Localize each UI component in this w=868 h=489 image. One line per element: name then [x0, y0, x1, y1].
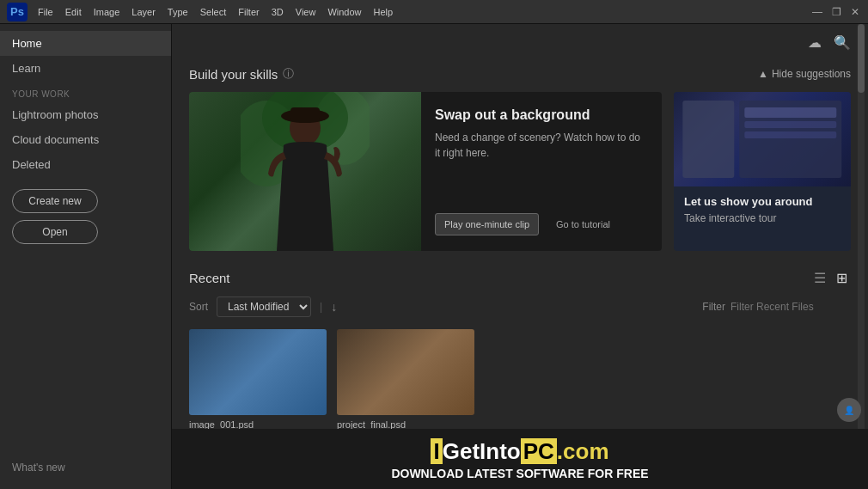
view-toggle: ☰ ⊞ [810, 268, 851, 288]
recent-thumbnails: image_001.psd project_final.psd [189, 329, 851, 430]
menu-bar: File Edit Image Layer Type Select Filter… [33, 5, 806, 19]
filter-right: Filter [702, 301, 851, 313]
logo-highlight-pc: PC [521, 438, 557, 464]
skills-cards: Swap out a background Need a change of s… [189, 92, 851, 251]
sidebar-whats-new[interactable]: What's new [0, 453, 171, 482]
list-view-button[interactable]: ☰ [810, 268, 829, 288]
recent-header: Recent ☰ ⊞ [189, 268, 851, 288]
menu-window[interactable]: Window [322, 5, 366, 19]
skill-card-secondary-image [674, 92, 851, 186]
menu-edit[interactable]: Edit [60, 5, 87, 19]
sidebar-item-deleted[interactable]: Deleted [0, 152, 171, 177]
sidebar-action-buttons: Create new Open [0, 177, 171, 256]
recent-title: Recent [189, 271, 230, 285]
menu-file[interactable]: File [33, 5, 58, 19]
skill-card-content: Swap out a background Need a change of s… [421, 92, 662, 251]
cloud-icon[interactable]: ☁ [808, 34, 822, 51]
menu-image[interactable]: Image [89, 5, 125, 19]
scrollbar-thumb[interactable] [858, 24, 865, 93]
skill-card-secondary-content: Let us show you around Take interactive … [674, 186, 851, 251]
secondary-card-title: Let us show you around [684, 195, 840, 208]
app-logo: Ps [7, 3, 28, 21]
skill-card-swap-background: Swap out a background Need a change of s… [189, 92, 662, 251]
skills-title: Build your skills [189, 67, 278, 82]
model-image [241, 92, 370, 251]
logo-text-get: Get [443, 438, 480, 464]
menu-layer[interactable]: Layer [126, 5, 161, 19]
sort-label: Sort [189, 301, 208, 313]
skill-card-description: Need a change of scenery? Watch how to d… [435, 130, 648, 161]
hide-suggestions-button[interactable]: ▲ Hide suggestions [758, 68, 851, 80]
sidebar-item-lightroom[interactable]: Lightroom photos [0, 102, 171, 127]
skill-card-title: Swap out a background [435, 107, 648, 123]
scrollbar[interactable] [858, 24, 865, 489]
maximize-button[interactable]: ❐ [830, 6, 842, 18]
skill-card-buttons: Play one-minute clip Go to tutorial [435, 213, 648, 235]
menu-help[interactable]: Help [369, 5, 399, 19]
sidebar: Home Learn YOUR WORK Lightroom photos Cl… [0, 24, 172, 489]
watermark-logo: IGetIntoPC.com [391, 438, 648, 465]
skills-header: Build your skills ⓘ ▲ Hide suggestions [189, 66, 851, 82]
menu-select[interactable]: Select [195, 5, 232, 19]
watermark-banner: IGetIntoPC.com Download Latest Software … [172, 429, 868, 489]
mockup-panel-1 [682, 101, 734, 178]
info-icon[interactable]: ⓘ [283, 66, 294, 82]
search-icon[interactable]: 🔍 [834, 34, 851, 51]
thumbnail-item[interactable]: image_001.psd [189, 329, 327, 430]
menu-filter[interactable]: Filter [233, 5, 264, 19]
menu-3d[interactable]: 3D [266, 5, 289, 19]
skill-card-tour[interactable]: Let us show you around Take interactive … [674, 92, 851, 251]
hide-suggestions-label: Hide suggestions [772, 68, 851, 80]
sort-direction-button[interactable]: ↓ [331, 300, 337, 314]
sidebar-item-learn[interactable]: Learn [0, 56, 171, 81]
menu-type[interactable]: Type [162, 5, 193, 19]
app-body: Home Learn YOUR WORK Lightroom photos Cl… [0, 24, 868, 489]
grid-view-button[interactable]: ⊞ [833, 268, 851, 288]
window-controls: — ❐ ✕ [811, 6, 861, 18]
skills-title-row: Build your skills ⓘ [189, 66, 294, 82]
recent-filters: Sort Last Modified Name Date Created | ↓… [189, 296, 851, 317]
watermark-text: IGetIntoPC.com Download Latest Software … [391, 438, 648, 480]
sidebar-section-your-work: YOUR WORK [0, 81, 171, 102]
svg-rect-5 [290, 107, 320, 121]
go-tutorial-button[interactable]: Go to tutorial [547, 213, 619, 235]
create-new-button[interactable]: Create new [12, 189, 98, 213]
skill-card-image [189, 92, 421, 251]
close-button[interactable]: ✕ [849, 6, 861, 18]
main-content: ☁ 🔍 Build your skills ⓘ ▲ Hide suggestio… [172, 24, 868, 489]
secondary-card-link[interactable]: Take interactive tour [684, 212, 840, 224]
avatar-button[interactable]: 👤 [837, 398, 861, 422]
filter-divider: | [320, 301, 322, 313]
minimize-button[interactable]: — [811, 6, 823, 18]
ui-mockup [682, 101, 841, 178]
logo-domain: .com [557, 438, 609, 464]
mockup-panel-2 [739, 101, 842, 178]
open-button[interactable]: Open [12, 220, 98, 244]
thumbnail-image-1 [189, 329, 327, 415]
chevron-up-icon: ▲ [758, 68, 768, 80]
sidebar-item-cloud-docs[interactable]: Cloud documents [0, 127, 171, 152]
title-bar: Ps File Edit Image Layer Type Select Fil… [0, 0, 868, 24]
logo-highlight-i: I [431, 438, 442, 464]
recent-section: Recent ☰ ⊞ Sort Last Modified Name Date … [189, 268, 851, 430]
sidebar-item-home[interactable]: Home [0, 31, 171, 56]
filter-input[interactable] [730, 301, 851, 313]
watermark-subtitle: Download Latest Software for Free [391, 467, 648, 480]
filter-label: Filter [702, 301, 725, 313]
thumbnail-image-2 [337, 329, 474, 415]
play-clip-button[interactable]: Play one-minute clip [435, 213, 539, 235]
sort-select[interactable]: Last Modified Name Date Created [217, 296, 311, 317]
thumbnail-item-2[interactable]: project_final.psd [337, 329, 474, 430]
logo-text-into: Into [480, 438, 521, 464]
menu-view[interactable]: View [290, 5, 321, 19]
